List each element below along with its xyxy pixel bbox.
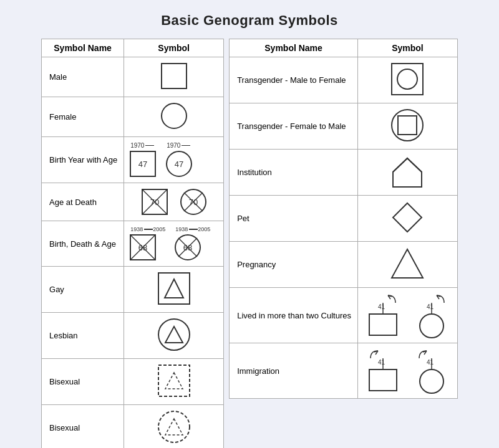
svg-rect-22 [158,273,190,304]
table-row: Bisexual [42,405,224,449]
symbol-cell-lesbian [124,313,224,359]
table-row: Male [42,57,224,97]
symbol-cell-trans-f2m [357,103,457,150]
svg-text:70: 70 [150,198,158,207]
left-table: Symbol Name Symbol Male Female [41,39,224,448]
right-header-name: Symbol Name [230,39,358,57]
svg-marker-25 [165,326,183,343]
svg-point-32 [392,110,423,141]
page-title: Basic Genogram Symbols [161,12,338,29]
svg-text:70: 70 [188,198,197,207]
left-header-symbol: Symbol [124,39,224,57]
row-label: Pet [230,196,358,242]
right-table: Symbol Name Symbol Transgender - Male to… [229,39,458,399]
svg-point-31 [397,69,417,89]
row-label: Transgender - Male to Female [230,57,358,103]
svg-text:41: 41 [427,359,434,366]
svg-marker-23 [165,279,183,298]
symbol-cell-trans-m2f [357,57,457,103]
symbol-cell-institution [357,150,457,196]
symbol-cell-gay [124,267,224,313]
table-row: Age at Death 70 [42,183,224,221]
symbol-cell-pregnancy [357,242,457,288]
row-label: Immigration [230,343,358,399]
symbol-cell-male [124,57,224,97]
tables-wrapper: Symbol Name Symbol Male Female [41,39,458,448]
symbol-cell-immigration: 41 41 [357,343,457,399]
row-label: Age at Death [42,183,124,221]
table-row: Pregnancy [230,242,458,288]
svg-rect-40 [369,314,397,335]
row-label: Birth, Death & Age [42,221,124,267]
row-label: Lesbian [42,313,124,359]
row-label: Female [42,97,124,137]
symbol-cell-female [124,97,224,137]
svg-text:41: 41 [378,303,385,310]
row-label: Male [42,57,124,97]
svg-text:47: 47 [138,160,147,169]
left-header-name: Symbol Name [42,39,124,57]
svg-marker-29 [165,419,183,435]
table-row: Pet [230,196,458,242]
symbol-cell-pet [357,196,457,242]
svg-point-1 [162,103,187,128]
symbol-cell-multi-culture: 41 41 [357,288,457,343]
row-label: Transgender - Female to Male [230,103,358,150]
svg-marker-27 [165,373,183,389]
svg-point-44 [420,314,443,338]
svg-point-52 [420,369,443,393]
table-row: Immigration 41 [230,343,458,399]
row-label: Birth Year with Age [42,137,124,183]
svg-rect-30 [392,64,423,95]
row-label: Bisexual [42,359,124,405]
svg-text:41: 41 [378,359,385,366]
table-row: Birth, Death & Age 19382005 68 [42,221,224,267]
svg-text:47: 47 [175,160,183,169]
svg-rect-33 [398,116,417,135]
svg-rect-0 [162,64,187,88]
table-row: Birth Year with Age 1970 47 [42,137,224,183]
symbol-cell-birth-year: 1970 47 1970 47 [124,137,224,183]
svg-marker-34 [393,158,422,187]
svg-text:68: 68 [138,243,147,252]
symbol-cell-bisexual-sq [124,359,224,405]
table-row: Female [42,97,224,137]
table-row: Gay [42,267,224,313]
symbol-cell-bisexual-ci [124,405,224,449]
svg-marker-36 [392,249,423,278]
symbol-cell-birth-death-age: 19382005 68 19382005 [124,221,224,267]
svg-text:41: 41 [427,303,434,310]
svg-marker-35 [393,203,422,232]
table-row: Institution [230,150,458,196]
right-header-symbol: Symbol [357,39,457,57]
row-label: Bisexual [42,405,124,449]
svg-text:68: 68 [183,243,192,252]
row-label: Pregnancy [230,242,358,288]
table-row: Lesbian [42,313,224,359]
svg-point-24 [158,319,190,350]
row-label: Lived in more than two Cultures [230,288,358,343]
symbol-cell-age-death: 70 70 [124,183,224,221]
svg-rect-48 [369,369,397,391]
table-row: Bisexual [42,359,224,405]
table-row: Transgender - Male to Female [230,57,458,103]
row-label: Institution [230,150,358,196]
row-label: Gay [42,267,124,313]
svg-rect-26 [158,365,190,396]
svg-point-28 [158,411,190,442]
table-row: Lived in more than two Cultures 41 [230,288,458,343]
table-row: Transgender - Female to Male [230,103,458,150]
